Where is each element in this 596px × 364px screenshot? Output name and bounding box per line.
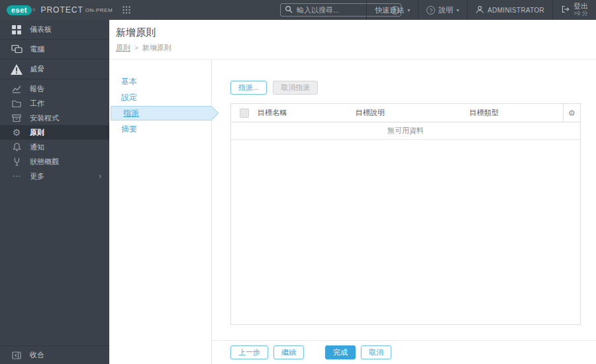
sidebar-item-label: 儀表板 xyxy=(30,24,52,34)
wizard-step-summary[interactable]: 摘要 xyxy=(109,122,211,136)
assign-button[interactable]: 指派... xyxy=(230,81,267,95)
logout-label: 登出 xyxy=(573,3,588,10)
chevron-down-icon: ▾ xyxy=(407,7,410,13)
chevron-right-icon: › xyxy=(99,171,101,181)
sidebar-item-installers[interactable]: 安裝程式 xyxy=(0,111,109,125)
sidebar-item-computers[interactable]: 電腦 xyxy=(0,40,109,60)
help-label: 說明 xyxy=(438,5,453,15)
dashboard-icon xyxy=(9,24,24,35)
table-body-empty xyxy=(231,140,580,324)
sidebar-item-policies[interactable]: ⚙ 原則 xyxy=(0,125,109,140)
table-header-row: 目標名稱 目標說明 目標類型 ⚙ xyxy=(231,104,580,122)
registered-mark: ® xyxy=(32,8,35,12)
footer-gap xyxy=(309,345,320,364)
sidebar-item-notifications[interactable]: 通知 xyxy=(0,140,109,154)
wizard-step-settings[interactable]: 設定 xyxy=(109,90,211,105)
wizard-step-assign[interactable]: 指派 xyxy=(111,106,211,120)
logout-button[interactable]: 登出 >9 分 xyxy=(552,0,596,20)
sidebar-item-tasks[interactable]: 工作 xyxy=(0,96,109,111)
step-label: 摘要 xyxy=(121,124,137,135)
column-header-target-type[interactable]: 目標類型 xyxy=(470,108,563,118)
page-title: 新增原則 xyxy=(116,26,596,39)
user-icon xyxy=(475,5,484,15)
warning-triangle-icon xyxy=(9,64,24,75)
session-timer: >9 分 xyxy=(573,10,588,17)
step-label: 設定 xyxy=(121,92,137,103)
sidebar-item-threats[interactable]: 威脅 xyxy=(0,60,109,79)
step-label: 指派 xyxy=(123,108,139,119)
status-overview-icon xyxy=(9,157,24,166)
topbar: eset ® PROTECT ON-PREM ? 快速連結 ▾ ? 說明 ▾ xyxy=(0,0,596,20)
sidebar-item-label: 威脅 xyxy=(30,64,44,74)
computers-icon xyxy=(9,44,24,54)
reports-chart-icon xyxy=(9,85,24,93)
sidebar-item-label: 工作 xyxy=(30,99,44,109)
sidebar-item-dashboard[interactable]: 儀表板 xyxy=(0,20,109,40)
sidebar-item-label: 狀態概觀 xyxy=(30,157,59,167)
breadcrumb-policies-link[interactable]: 原則 xyxy=(116,43,130,53)
main-area: 新增原則 原則 > 新增原則 基本 設定 指派 摘要 指派... xyxy=(109,20,596,364)
back-button[interactable]: 上一步 xyxy=(230,345,268,359)
table-empty-state: 無可用資料 xyxy=(231,122,580,140)
help-icon: ? xyxy=(426,6,435,15)
select-all-checkbox[interactable] xyxy=(240,109,249,118)
collapse-label: 收合 xyxy=(30,350,44,360)
app-launcher-grid-icon[interactable] xyxy=(122,5,131,15)
sidebar-item-status-overview[interactable]: 狀態概觀 xyxy=(0,154,109,169)
column-header-target-name[interactable]: 目標名稱 xyxy=(258,108,356,118)
eset-logo-badge: eset xyxy=(7,5,32,15)
chevron-down-icon: ▾ xyxy=(456,7,459,13)
quick-links-label: 快速連結 xyxy=(375,5,404,15)
collapse-icon xyxy=(9,351,24,359)
notifications-bell-icon xyxy=(9,142,24,152)
sidebar: 儀表板 電腦 威脅 報告 工作 安裝程式 ⚙ 原則 xyxy=(0,20,109,364)
sidebar-item-label: 報告 xyxy=(30,84,44,94)
step-label: 基本 xyxy=(121,76,137,87)
sidebar-item-label: 安裝程式 xyxy=(30,113,59,123)
product-name: PROTECT xyxy=(40,5,83,15)
breadcrumb-separator-icon: > xyxy=(134,44,138,52)
product-suffix: ON-PREM xyxy=(85,7,113,13)
unassign-button[interactable]: 取消指派 xyxy=(273,81,318,95)
search-icon xyxy=(285,4,293,16)
breadcrumb: 原則 > 新增原則 xyxy=(116,43,596,53)
quick-links-menu[interactable]: 快速連結 ▾ xyxy=(366,0,418,20)
sidebar-spacer xyxy=(0,183,109,345)
sidebar-item-label: 更多 xyxy=(30,171,44,181)
breadcrumb-current: 新增原則 xyxy=(142,43,172,53)
wizard-footer: 上一步 繼續 完成 取消 xyxy=(212,340,596,364)
column-header-target-description[interactable]: 目標說明 xyxy=(356,108,470,118)
policies-gear-icon: ⚙ xyxy=(9,128,24,137)
table-settings-gear-icon[interactable]: ⚙ xyxy=(568,109,575,118)
sidebar-item-reports[interactable]: 報告 xyxy=(0,81,109,96)
targets-table: 目標名稱 目標說明 目標類型 ⚙ 無可用資料 xyxy=(230,103,581,325)
installers-box-icon xyxy=(9,114,24,122)
logout-icon xyxy=(561,5,570,15)
sidebar-item-more[interactable]: ⋯ 更多 › xyxy=(0,169,109,183)
assign-toolbar: 指派... 取消指派 xyxy=(230,81,581,95)
sidebar-item-label: 電腦 xyxy=(30,44,44,54)
wizard-step-basic[interactable]: 基本 xyxy=(109,74,211,89)
sidebar-item-label: 通知 xyxy=(30,142,44,152)
more-dots-icon: ⋯ xyxy=(9,171,24,181)
help-menu[interactable]: ? 說明 ▾ xyxy=(418,0,467,20)
user-menu[interactable]: ADMINISTRATOR xyxy=(467,0,552,20)
tasks-folder-icon xyxy=(9,99,24,108)
finish-button[interactable]: 完成 xyxy=(325,345,356,359)
user-name: ADMINISTRATOR xyxy=(487,7,544,14)
eset-logo[interactable]: eset ® PROTECT ON-PREM xyxy=(0,5,113,15)
continue-button[interactable]: 繼續 xyxy=(273,345,304,359)
sidebar-item-label: 原則 xyxy=(30,128,44,138)
sidebar-collapse-button[interactable]: 收合 xyxy=(0,345,109,364)
cancel-button[interactable]: 取消 xyxy=(361,345,391,359)
wizard-step-nav: 基本 設定 指派 摘要 xyxy=(109,60,212,364)
page-header: 新增原則 原則 > 新增原則 xyxy=(109,20,596,60)
